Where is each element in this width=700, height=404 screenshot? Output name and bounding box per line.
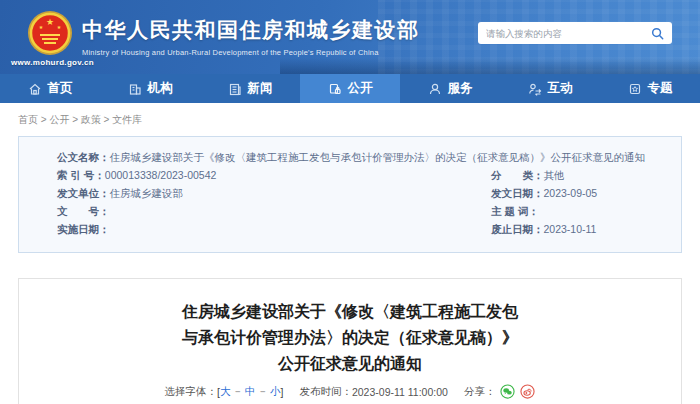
publish-time-value: 2023-09-11 11:00:00 xyxy=(352,386,448,398)
meta-row: 实施日期： 废止日期： 2023-10-11 xyxy=(57,220,667,238)
nav-label: 服务 xyxy=(448,80,473,97)
publish-time-label: 发布时间： xyxy=(299,385,352,399)
nav-label: 互动 xyxy=(548,80,573,97)
search-icon[interactable] xyxy=(651,27,664,40)
header-trees-backdrop xyxy=(280,58,700,74)
font-size-label: 选择字体： xyxy=(165,385,218,399)
wechat-share-icon[interactable] xyxy=(500,384,515,399)
nav-item-service[interactable]: 服务 xyxy=(400,74,500,103)
site-title: 中华人民共和国住房和城乡建设部 xyxy=(82,16,420,44)
font-size-small-button[interactable]: 小 xyxy=(270,385,281,399)
article-title-line: 公开征求意见的通知 xyxy=(19,351,681,377)
article-title-line: 与承包计价管理办法〉的决定（征求意见稿）》 xyxy=(19,325,681,351)
meta-value: 住房城乡建设部 xyxy=(110,184,184,202)
nav-label: 机构 xyxy=(148,80,173,97)
document-meta-panel: 公文名称： 住房城乡建设部关于《修改〈建筑工程施工发包与承包计价管理办法〉的决定… xyxy=(18,136,682,253)
share-label: 分享： xyxy=(464,385,496,399)
main-nav: 首页 机构 新闻 公开 服务 互动 xyxy=(0,74,700,103)
font-size-medium-button[interactable]: 中 xyxy=(245,385,256,399)
topics-icon xyxy=(628,82,642,96)
meta-row-doc-name: 公文名称： 住房城乡建设部关于《修改〈建筑工程施工发包与承包计价管理办法〉的决定… xyxy=(57,148,667,166)
meta-label: 废止日期： xyxy=(491,220,544,238)
article-toolbar: 选择字体： [ 大 － 中 － 小 ] 发布时间： 2023-09-11 11:… xyxy=(19,384,681,399)
meta-value: 住房城乡建设部关于《修改〈建筑工程施工发包与承包计价管理办法〉的决定（征求意见稿… xyxy=(110,148,646,166)
search-bar xyxy=(478,22,672,44)
national-emblem-icon: ★ ★ ★ xyxy=(27,10,73,56)
weibo-share-icon[interactable] xyxy=(520,384,535,399)
nav-item-news[interactable]: 新闻 xyxy=(200,74,300,103)
dash: － xyxy=(258,385,269,399)
nav-item-home[interactable]: 首页 xyxy=(0,74,100,103)
interaction-icon xyxy=(528,82,542,96)
nav-label: 首页 xyxy=(48,80,73,97)
meta-row: 索 引 号： 000013338/2023-00542 分 类： 其他 xyxy=(57,166,667,184)
site-url: www.mohurd.gov.cn xyxy=(11,58,94,67)
bracket: ] xyxy=(281,386,284,398)
meta-label: 发文日期： xyxy=(491,184,544,202)
meta-value: 000013338/2023-00542 xyxy=(105,166,217,184)
nav-item-organization[interactable]: 机构 xyxy=(100,74,200,103)
nav-label: 公开 xyxy=(348,80,373,97)
dash: － xyxy=(233,385,244,399)
search-input[interactable] xyxy=(486,28,651,39)
news-icon xyxy=(228,82,242,96)
site-subtitle: Ministry of Housing and Urban-Rural Deve… xyxy=(82,48,420,57)
article-panel: 住房城乡建设部关于《修改〈建筑工程施工发包 与承包计价管理办法〉的决定（征求意见… xyxy=(18,278,682,404)
font-size-large-button[interactable]: 大 xyxy=(220,385,231,399)
article-title-line: 住房城乡建设部关于《修改〈建筑工程施工发包 xyxy=(19,299,681,325)
article-title: 住房城乡建设部关于《修改〈建筑工程施工发包 与承包计价管理办法〉的决定（征求意见… xyxy=(19,299,681,377)
meta-value: 其他 xyxy=(544,166,565,184)
nav-label: 专题 xyxy=(648,80,673,97)
home-icon xyxy=(28,82,42,96)
organization-icon xyxy=(128,82,142,96)
disclosure-icon xyxy=(328,82,342,96)
service-icon xyxy=(428,82,442,96)
meta-row: 文 号： 主 题 词： xyxy=(57,202,667,220)
nav-item-topics[interactable]: 专题 xyxy=(600,74,700,103)
svg-text:★: ★ xyxy=(39,24,44,30)
meta-label: 实施日期： xyxy=(57,220,110,238)
svg-text:★: ★ xyxy=(46,17,54,27)
meta-label: 公文名称： xyxy=(57,148,110,166)
meta-value: 2023-10-11 xyxy=(544,220,597,238)
nav-item-disclosure[interactable]: 公开 xyxy=(300,74,400,103)
breadcrumb[interactable]: 首页 > 公开 > 政策 > 文件库 xyxy=(0,103,700,136)
meta-label: 分 类： xyxy=(491,166,544,184)
meta-label: 发文单位： xyxy=(57,184,110,202)
meta-label: 索 引 号： xyxy=(57,166,105,184)
nav-label: 新闻 xyxy=(248,80,273,97)
meta-value: 2023-09-05 xyxy=(544,184,598,202)
meta-row: 发文单位： 住房城乡建设部 发文日期： 2023-09-05 xyxy=(57,184,667,202)
site-header: ★ ★ ★ www.mohurd.gov.cn 中华人民共和国住房和城乡建设部 … xyxy=(0,0,700,74)
nav-item-interaction[interactable]: 互动 xyxy=(500,74,600,103)
meta-label: 文 号： xyxy=(57,202,110,220)
svg-text:★: ★ xyxy=(57,24,62,30)
meta-label: 主 题 词： xyxy=(491,202,539,220)
